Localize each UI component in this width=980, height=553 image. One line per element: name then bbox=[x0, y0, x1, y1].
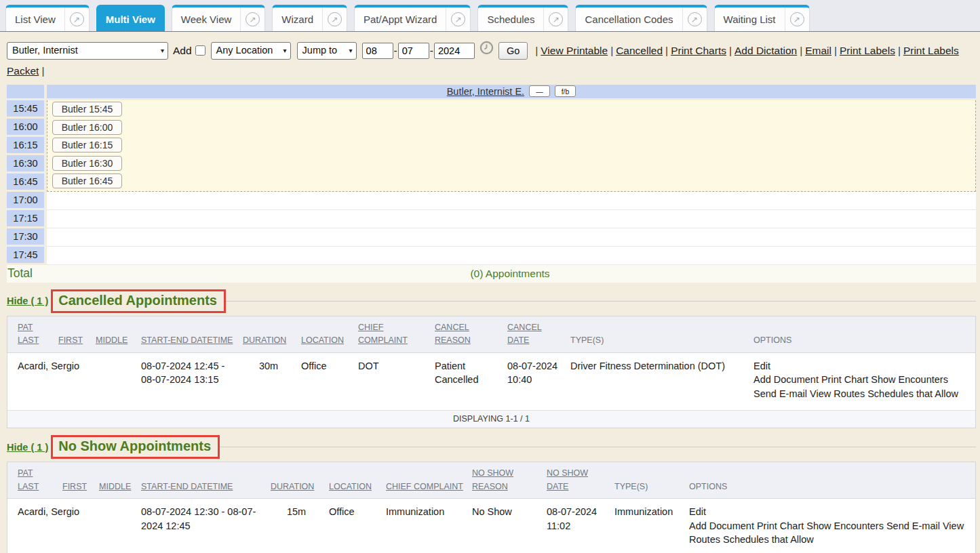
location-select[interactable]: Any Location▾ bbox=[211, 42, 291, 60]
tab-cancellation-codes[interactable]: Cancellation Codes ↗ bbox=[575, 5, 707, 31]
tab-label: Multi View bbox=[97, 7, 164, 31]
collapse-provider-button[interactable]: — bbox=[529, 85, 550, 97]
tab-list-view[interactable]: List View ↗ bbox=[5, 5, 90, 31]
sort-location[interactable]: LOCATION bbox=[301, 334, 358, 347]
edit-link[interactable]: Edit bbox=[753, 361, 770, 371]
sort-chief-complaint[interactable]: CHIEF COMPLAINT bbox=[358, 321, 435, 348]
open-in-new-icon[interactable]: ↗ bbox=[785, 7, 809, 31]
slot-button[interactable]: Butler 16:00 bbox=[52, 120, 122, 135]
jump-to-select[interactable]: Jump to▾ bbox=[297, 42, 357, 60]
provider-open-hours: Butler 15:45 Butler 16:00 Butler 16:15 B… bbox=[47, 100, 976, 192]
print-labels-link[interactable]: Print Labels bbox=[840, 45, 895, 56]
no-show-section-title: No Show Appointments bbox=[51, 435, 220, 459]
tab-schedules[interactable]: Schedules ↗ bbox=[477, 5, 568, 31]
sort-middle[interactable]: MIDDLE bbox=[96, 334, 141, 347]
slot-button[interactable]: Butler 15:45 bbox=[52, 102, 122, 117]
time-slot-label: 17:30 bbox=[7, 228, 44, 245]
provider-link[interactable]: Butler, Internist E. bbox=[447, 86, 524, 97]
slot-button[interactable]: Butler 16:15 bbox=[52, 138, 122, 152]
open-in-new-icon[interactable]: ↗ bbox=[543, 7, 568, 31]
tab-label: Week View bbox=[172, 7, 240, 31]
print-charts-link[interactable]: Print Charts bbox=[671, 45, 726, 56]
patient-first bbox=[62, 505, 99, 547]
cancelled-table: PAT LAST FIRST MIDDLE START-END DATETIME… bbox=[7, 316, 976, 428]
slot-button[interactable]: Butler 16:30 bbox=[52, 156, 122, 171]
no-show-appointment-row: Acardi, Sergio 08-07-2024 12:30 - 08-07-… bbox=[7, 499, 975, 553]
schedule-toolbar: Butler, Internist▾AddAny Location▾Jump t… bbox=[0, 32, 980, 82]
provider-select[interactable]: Butler, Internist▾ bbox=[7, 42, 168, 60]
header-options: OPTIONS bbox=[753, 334, 975, 347]
divider bbox=[220, 447, 976, 447]
view-printable-link[interactable]: View Printable bbox=[541, 45, 608, 56]
no-show-table: PAT LAST FIRST MIDDLE START-END DATETIME… bbox=[7, 462, 976, 553]
fb-button[interactable]: f/b bbox=[555, 85, 576, 97]
tab-week-view[interactable]: Week View ↗ bbox=[172, 5, 265, 31]
external-link-glyph: ↗ bbox=[549, 12, 563, 26]
duration: 30m bbox=[243, 359, 301, 401]
clock-icon[interactable] bbox=[479, 41, 494, 60]
slot-button[interactable]: Butler 16:45 bbox=[52, 173, 122, 188]
link-separator: | bbox=[535, 45, 538, 56]
patient-name: Acardi, Sergio bbox=[18, 359, 58, 401]
date-day-field[interactable] bbox=[398, 43, 429, 59]
sort-start-end-datetime[interactable]: START-END DATETIME bbox=[141, 334, 243, 347]
open-in-new-icon[interactable]: ↗ bbox=[322, 7, 347, 31]
location: Office bbox=[301, 359, 358, 401]
sort-chief-complaint[interactable]: CHIEF COMPLAINT bbox=[386, 480, 472, 493]
tab-pat-appt-wizard[interactable]: Pat/Appt Wizard ↗ bbox=[354, 5, 471, 31]
cancelled-link[interactable]: Cancelled bbox=[616, 45, 663, 56]
link-separator: | bbox=[610, 45, 613, 56]
sort-location[interactable]: LOCATION bbox=[329, 480, 386, 493]
tab-waiting-list[interactable]: Waiting List ↗ bbox=[714, 5, 810, 31]
tab-wizard[interactable]: Wizard ↗ bbox=[272, 5, 347, 31]
header-types: TYPE(S) bbox=[570, 334, 753, 347]
tab-label: Cancellation Codes bbox=[576, 7, 682, 31]
time-column: 15:45 16:00 16:15 16:30 16:45 17:00 17:1… bbox=[7, 100, 44, 265]
start-end-datetime: 08-07-2024 12:45 - 08-07-2024 13:15 bbox=[141, 359, 243, 401]
tab-multi-view[interactable]: Multi View bbox=[96, 5, 165, 31]
hide-no-show-link[interactable]: Hide ( 1 ) bbox=[7, 442, 48, 453]
no-show-reason: No Show bbox=[472, 505, 547, 547]
sort-no-show-reason[interactable]: NO SHOW REASON bbox=[472, 467, 547, 493]
add-checkbox[interactable] bbox=[195, 45, 205, 56]
sort-no-show-date[interactable]: NO SHOW DATE bbox=[547, 467, 614, 493]
date-month-field[interactable] bbox=[362, 43, 393, 59]
edit-link[interactable]: Edit bbox=[689, 506, 706, 517]
add-dictation-link[interactable]: Add Dictation bbox=[734, 45, 797, 56]
total-label: Total bbox=[7, 266, 44, 281]
start-end-datetime: 08-07-2024 12:30 - 08-07-2024 12:45 bbox=[141, 505, 271, 547]
open-in-new-icon[interactable]: ↗ bbox=[682, 7, 707, 31]
open-in-new-icon[interactable]: ↗ bbox=[240, 7, 264, 31]
cancelled-table-header: PAT LAST FIRST MIDDLE START-END DATETIME… bbox=[7, 316, 975, 353]
tab-label: Pat/Appt Wizard bbox=[355, 7, 446, 31]
email-link[interactable]: Email bbox=[805, 45, 831, 56]
open-in-new-icon[interactable]: ↗ bbox=[446, 7, 470, 31]
date-year-field[interactable] bbox=[434, 43, 475, 59]
external-link-glyph: ↗ bbox=[328, 12, 342, 26]
sort-cancel-date[interactable]: CANCEL DATE bbox=[507, 321, 570, 348]
open-in-new-icon[interactable]: ↗ bbox=[64, 7, 89, 31]
time-slot-label: 15:45 bbox=[7, 100, 44, 117]
time-slot-label: 17:45 bbox=[7, 247, 44, 263]
jump-to-select-value: Jump to bbox=[302, 42, 338, 59]
row-action-links[interactable]: Add Document Print Chart Show Encounters… bbox=[753, 373, 968, 401]
sort-duration[interactable]: DURATION bbox=[271, 480, 329, 493]
cancelled-appointment-row: Acardi, Sergio 08-07-2024 12:45 - 08-07-… bbox=[7, 353, 975, 411]
sort-first[interactable]: FIRST bbox=[58, 334, 96, 347]
sort-first[interactable]: FIRST bbox=[62, 480, 99, 493]
time-slot-label: 16:45 bbox=[7, 173, 44, 190]
sort-pat-last[interactable]: PAT LAST bbox=[18, 467, 62, 493]
date-dash: - bbox=[430, 45, 433, 56]
sort-duration[interactable]: DURATION bbox=[243, 334, 301, 347]
sort-pat-last[interactable]: PAT LAST bbox=[18, 321, 58, 348]
scheduling-page: List View ↗ Multi View Week View ↗ Wizar… bbox=[0, 0, 980, 553]
row-action-links[interactable]: Add Document Print Chart Show Encounters… bbox=[689, 519, 968, 547]
external-link-glyph: ↗ bbox=[451, 12, 465, 26]
go-button[interactable]: Go bbox=[498, 42, 528, 60]
hide-cancelled-link[interactable]: Hide ( 1 ) bbox=[7, 295, 48, 306]
sort-middle[interactable]: MIDDLE bbox=[99, 480, 141, 493]
sort-start-end-datetime[interactable]: START-END DATETIME bbox=[141, 480, 271, 493]
external-link-glyph: ↗ bbox=[688, 12, 702, 26]
sort-cancel-reason[interactable]: CANCEL REASON bbox=[435, 321, 507, 348]
patient-first bbox=[58, 359, 96, 401]
